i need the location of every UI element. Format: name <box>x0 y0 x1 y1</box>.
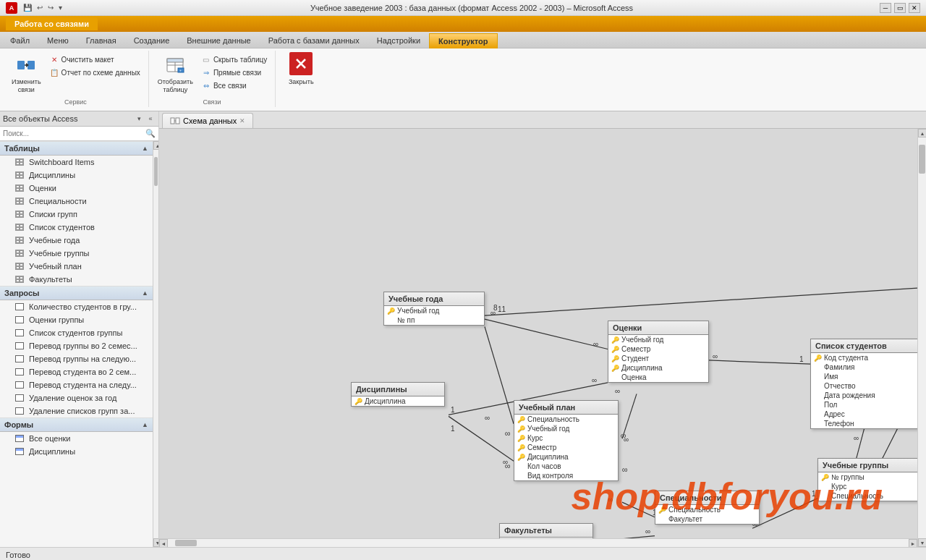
sidebar-scroll-up[interactable]: ▲ <box>153 141 158 150</box>
sidebar-item-spisok-studentov[interactable]: Список студентов <box>0 221 153 234</box>
schema-scroll-h-track[interactable] <box>168 539 909 547</box>
minimize-btn[interactable]: ─ <box>880 3 891 13</box>
clear-layout-btn[interactable]: ✕ Очистить макет <box>47 54 143 65</box>
table-spetsialnosti[interactable]: Специальности 🔑 Специальность Факультет <box>655 491 760 525</box>
sidebar-item-q7[interactable]: Перевод студента на следу... <box>0 378 153 391</box>
schema-scroll-up-btn[interactable]: ▲ <box>918 129 926 137</box>
schema-report-btn[interactable]: 📋 Отчет по схеме данных <box>47 67 143 78</box>
table-uchebnye-goda-header: Учебные года <box>384 292 484 306</box>
sidebar-item-otsenki[interactable]: Оценки <box>0 182 153 195</box>
schema-report-label: Отчет по схеме данных <box>61 69 140 77</box>
sidebar-dropdown-btn[interactable]: ▾ <box>134 114 144 124</box>
sidebar-item-uchebnye-gruppy[interactable]: Учебные группы <box>0 247 153 260</box>
table-fakultety-header: Факультеты <box>500 524 592 538</box>
close-btn-window[interactable]: ✕ <box>909 3 920 13</box>
sidebar-header-btns: ▾ « <box>134 114 156 124</box>
sidebar-scroll-thumb[interactable] <box>154 157 158 186</box>
all-links-btn[interactable]: ⇔ Все связи <box>199 80 269 91</box>
sidebar-item-spetsialnosti-label: Специальности <box>29 197 87 205</box>
sidebar-scroll-track[interactable] <box>153 150 158 538</box>
title-bar-left: A 💾 ↩ ↪ ▾ <box>6 2 64 14</box>
table-uchebnyy-plan[interactable]: Учебный план 🔑 Специальность 🔑 Учебный г… <box>514 400 619 481</box>
tables-section-header[interactable]: Таблицы ▲ <box>0 141 153 156</box>
table-uchebnye-gruppy[interactable]: Учебные группы 🔑 № группы Курс Специальн… <box>817 458 926 501</box>
key-icon: 🔑 <box>387 307 394 315</box>
tab-home[interactable]: Главная <box>77 33 125 48</box>
sidebar-item-distsipliny[interactable]: Дисциплины <box>0 169 153 182</box>
schema-scroll-v-track[interactable] <box>918 137 926 538</box>
sidebar-item-uchebnye-goda[interactable]: Учебные года <box>0 234 153 247</box>
svg-text:∞: ∞ <box>490 309 496 317</box>
svg-line-50 <box>622 394 637 438</box>
save-qa-btn[interactable]: 💾 <box>22 3 33 12</box>
show-table-btn[interactable]: + Отобразитьтаблицу <box>155 52 196 96</box>
tab-addons[interactable]: Надстройки <box>368 33 429 48</box>
show-table-icon: + <box>163 54 187 77</box>
sidebar-search-container: 🔍 <box>0 127 158 141</box>
schema-scroll-left-btn[interactable]: ◄ <box>159 539 168 547</box>
table-spisok-studentov[interactable]: Список студентов 🔑 Код студента Фамилия … <box>810 339 922 429</box>
svg-text:∞: ∞ <box>592 376 597 384</box>
close-schema-label: Закрыть <box>289 78 314 86</box>
change-links-btn[interactable]: Изменитьсвязи <box>9 52 44 96</box>
sidebar-item-q1[interactable]: Количество студентов в гру... <box>0 300 153 313</box>
table-distsipliny[interactable]: Дисциплины 🔑 Дисциплина <box>351 382 445 407</box>
sidebar-item-f2[interactable]: Дисциплины <box>0 445 153 458</box>
schema-area[interactable]: ∞ ∞ 11 ∞ ∞ 8 1 ∞ 1 ∞ ∞ <box>159 129 926 547</box>
query-icon-3 <box>14 328 25 338</box>
table-uchebnye-goda[interactable]: Учебные года 🔑 Учебный год № пп <box>383 292 485 326</box>
redo-qa-btn[interactable]: ↪ <box>46 3 55 12</box>
svg-text:∞: ∞ <box>624 436 629 444</box>
sidebar-item-uchebnyy-plan[interactable]: Учебный план <box>0 260 153 273</box>
sidebar-collapse-btn[interactable]: « <box>145 114 156 124</box>
sidebar: Все объекты Access ▾ « 🔍 Таблицы ▲ Switc… <box>0 111 159 547</box>
sidebar-item-q6[interactable]: Перевод студента во 2 сем... <box>0 365 153 378</box>
sidebar-item-spiski-grupp[interactable]: Списки групп <box>0 208 153 221</box>
maximize-btn[interactable]: ▭ <box>894 3 906 13</box>
queries-section-header[interactable]: Запросы ▲ <box>0 286 153 300</box>
schema-tab-close[interactable]: ✕ <box>239 117 245 124</box>
table-otsenki[interactable]: Оценки 🔑 Учебный год 🔑 Семестр 🔑 Студент… <box>608 321 709 383</box>
schema-scroll-h-thumb[interactable] <box>175 540 197 546</box>
tab-file[interactable]: Файл <box>1 33 38 48</box>
svg-text:∞: ∞ <box>645 527 650 535</box>
svg-text:1: 1 <box>812 490 816 498</box>
table-uchebnye-gruppy-header: Учебные группы <box>818 459 925 472</box>
links-small-btns: ▭ Скрыть таблицу ⇒ Прямые связи ⇔ Все св… <box>199 52 269 91</box>
schema-tab[interactable]: Схема данных ✕ <box>162 113 253 128</box>
sidebar-item-spetsialnosti[interactable]: Специальности <box>0 195 153 208</box>
hide-table-btn[interactable]: ▭ Скрыть таблицу <box>199 54 269 65</box>
table-spisok-studentov-header: Список студентов <box>811 339 922 353</box>
sidebar-item-fakultety[interactable]: Факультеты <box>0 273 153 286</box>
forms-section-header[interactable]: Формы ▲ <box>0 417 153 432</box>
tab-external[interactable]: Внешние данные <box>178 33 259 48</box>
schema-scroll-v-thumb[interactable] <box>919 145 925 174</box>
sidebar-scrollbar[interactable]: ▲ ▼ <box>153 141 158 547</box>
direct-links-btn[interactable]: ⇒ Прямые связи <box>199 67 269 78</box>
tab-create[interactable]: Создание <box>125 33 179 48</box>
sidebar-item-q8[interactable]: Удаление оценок за год <box>0 391 153 404</box>
tab-databases[interactable]: Работа с базами данных <box>260 33 368 48</box>
tab-menu[interactable]: Меню <box>38 33 77 48</box>
sidebar-item-fakultety-label: Факультеты <box>29 275 72 284</box>
sidebar-search-input[interactable] <box>3 130 145 137</box>
sidebar-item-q9[interactable]: Удаление списков групп за... <box>0 404 153 417</box>
search-icon[interactable]: 🔍 <box>145 129 156 138</box>
sidebar-scroll-down[interactable]: ▼ <box>153 538 158 547</box>
sidebar-item-f1[interactable]: Все оценки <box>0 432 153 445</box>
sidebar-item-label: Switchboard Items <box>29 158 94 166</box>
sidebar-item-switchboard[interactable]: Switchboard Items <box>0 156 153 169</box>
schema-scroll-vertical[interactable]: ▲ ▼ <box>917 129 926 547</box>
tab-constructor[interactable]: Конструктор <box>429 33 497 48</box>
work-links-tab[interactable]: Работа со связями <box>6 17 98 30</box>
close-schema-btn[interactable] <box>289 52 313 75</box>
sidebar-item-q2[interactable]: Оценки группы <box>0 313 153 326</box>
schema-scroll-down-btn[interactable]: ▼ <box>918 538 926 547</box>
sidebar-item-q3[interactable]: Список студентов группы <box>0 326 153 339</box>
undo-qa-btn[interactable]: ↩ <box>35 3 44 12</box>
sidebar-item-q4[interactable]: Перевод группы во 2 семес... <box>0 339 153 352</box>
sidebar-item-q5[interactable]: Перевод группы на следую... <box>0 352 153 365</box>
dropdown-qa-btn[interactable]: ▾ <box>57 3 64 12</box>
schema-scroll-right-btn[interactable]: ► <box>909 539 917 547</box>
schema-scroll-horizontal[interactable]: ◄ ► <box>159 538 917 547</box>
